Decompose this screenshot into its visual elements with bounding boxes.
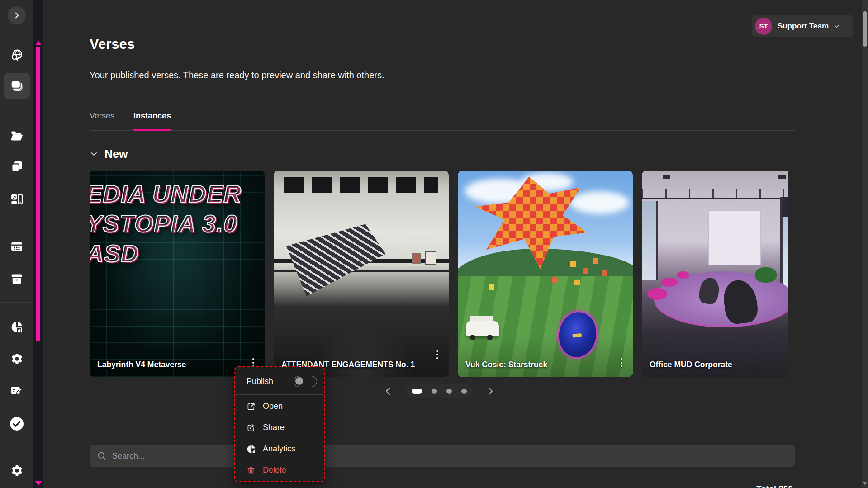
calendar-grid-icon (10, 240, 24, 253)
card-thumbnail (274, 171, 449, 377)
card-title: Vuk Cosic: Starstruck (465, 360, 547, 370)
avatar: ST (755, 18, 772, 35)
menu-item-label: Share (263, 423, 285, 432)
check-circle-icon (9, 416, 25, 432)
card-labyrinth[interactable]: EDIA UNDER YSTOPIA 3.0 ASD Labyrinth V4 … (90, 171, 265, 377)
sidebar-item-settings[interactable] (10, 352, 24, 365)
card-context-menu: Publish Open Share (235, 367, 324, 481)
sidebar-item-verses[interactable] (10, 79, 24, 93)
menu-item-share[interactable]: Share (235, 417, 324, 438)
publish-toggle[interactable] (294, 376, 317, 387)
gear-icon (10, 464, 24, 477)
archive-box-icon (10, 272, 24, 286)
sidebar-item-preferences[interactable] (10, 464, 24, 477)
page-subtitle: Your published verses. These are ready t… (90, 70, 384, 81)
card-thumbnail: EDIA UNDER YSTOPIA 3.0 ASD (90, 171, 265, 377)
layers-cards-icon (10, 79, 24, 93)
left-scrollbar-thumb[interactable] (36, 47, 40, 341)
art-text-line: YSTOPIA 3.0 (90, 209, 237, 237)
sidebar-item-tasks[interactable] (9, 416, 25, 432)
card-menu-button[interactable] (430, 345, 445, 364)
folder-open-icon (10, 129, 24, 142)
card-office[interactable]: Office MUD Corporate (642, 171, 788, 377)
card-attendant[interactable]: ATTENDANT ENGAGEMENTS No. 1 (274, 171, 449, 377)
globe-search-icon (10, 48, 24, 62)
card-title: Labyrinth V4 Metaverse (97, 360, 186, 370)
menu-item-delete[interactable]: Delete (235, 460, 324, 481)
card-starstruck[interactable]: Vuk Cosic: Starstruck (458, 171, 633, 377)
tabstrip: Verses Instances (90, 110, 795, 131)
sidebar-item-archive[interactable] (10, 272, 24, 286)
chevron-right-icon (12, 11, 21, 20)
share-icon (246, 423, 256, 433)
left-scrollbar-track[interactable] (33, 0, 43, 488)
carousel-prev-button[interactable] (382, 385, 394, 397)
section-divider (90, 432, 795, 432)
pie-chart-icon (10, 320, 24, 334)
page-title: Verses (90, 36, 135, 52)
pagination-dot-2[interactable] (432, 389, 437, 394)
menu-divider (235, 394, 324, 395)
sidebar-divider (0, 302, 33, 303)
card-title: Office MUD Corporate (650, 360, 732, 370)
sidebar (0, 0, 33, 488)
chevron-down-icon (833, 23, 840, 30)
pie-chart-icon (246, 444, 256, 454)
media-kit-icon (10, 192, 24, 206)
chevron-left-icon (383, 386, 394, 397)
tab-verses[interactable]: Verses (90, 110, 114, 131)
scroll-up-arrow[interactable] (35, 41, 42, 45)
copy-pages-icon (10, 160, 24, 173)
sidebar-item-discover[interactable] (10, 48, 24, 62)
app-screen: ST Support Team Verses Your published ve… (0, 0, 868, 488)
publish-label: Publish (247, 377, 273, 386)
card-carousel: EDIA UNDER YSTOPIA 3.0 ASD Labyrinth V4 … (90, 171, 788, 377)
sidebar-item-media-kit[interactable] (10, 192, 24, 206)
user-name: Support Team (778, 22, 829, 31)
active-tab-underline (133, 129, 171, 131)
sidebar-item-copies[interactable] (10, 160, 24, 173)
chevron-down-icon (90, 150, 98, 158)
section-label: New (104, 147, 128, 161)
sidebar-divider (0, 109, 33, 109)
search-icon (97, 451, 107, 461)
sidebar-item-projects[interactable] (10, 129, 24, 142)
sidebar-expand-button[interactable] (8, 6, 26, 24)
menu-item-label: Delete (263, 465, 286, 475)
carousel-pagination (90, 383, 788, 400)
note-edit-icon (10, 384, 24, 397)
total-count: Total 256 (756, 484, 793, 488)
tab-instances[interactable]: Instances (133, 110, 171, 131)
chevron-right-icon (485, 386, 496, 397)
sidebar-item-analytics[interactable] (10, 320, 24, 334)
card-menu-button[interactable] (614, 353, 629, 372)
tab-verses-label: Verses (90, 111, 114, 120)
toggle-knob (295, 377, 303, 385)
art-text-line: ASD (90, 239, 139, 267)
pagination-dot-3[interactable] (446, 389, 452, 394)
pagination-dot-4[interactable] (461, 389, 467, 394)
search-input[interactable] (112, 451, 795, 461)
search-bar (90, 445, 795, 467)
page-scrollbar-thumb[interactable] (863, 11, 867, 47)
carousel-next-button[interactable] (484, 385, 496, 397)
page-scroll-down-arrow[interactable] (863, 482, 867, 485)
card-thumbnail (458, 171, 633, 377)
sidebar-item-notes[interactable] (10, 384, 24, 397)
art-text-line: EDIA UNDER (90, 180, 242, 208)
scroll-down-arrow[interactable] (35, 481, 42, 486)
menu-item-analytics[interactable]: Analytics (235, 438, 324, 460)
tab-instances-label: Instances (133, 111, 171, 120)
sidebar-divider (0, 448, 33, 448)
gear-icon (10, 352, 24, 365)
section-new-toggle[interactable]: New (90, 147, 128, 161)
sidebar-item-events[interactable] (10, 240, 24, 253)
menu-item-label: Analytics (263, 444, 295, 454)
pagination-dots (406, 384, 473, 398)
user-menu-button[interactable]: ST Support Team (752, 15, 853, 37)
external-link-icon (246, 402, 256, 412)
menu-item-open[interactable]: Open (235, 396, 324, 417)
card-thumbnail (642, 171, 788, 377)
pagination-dot-1[interactable] (412, 389, 422, 394)
page-scrollbar-track[interactable] (862, 0, 868, 488)
